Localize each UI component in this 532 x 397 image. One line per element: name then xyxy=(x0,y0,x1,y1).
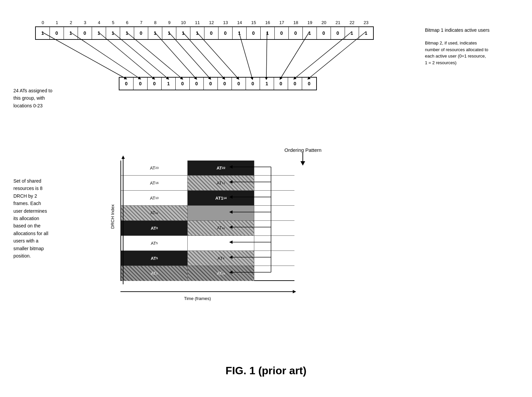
bitmap2-row: 0 0 0 1 0 0 0 0 0 0 1 0 0 0 xyxy=(119,77,317,90)
annotation-bitmap1: Bitmap 1 indicates active users xyxy=(425,27,512,34)
set-ann-line11: position. xyxy=(13,252,90,260)
ordering-arrows-svg xyxy=(228,160,281,283)
b1c19: 1 xyxy=(303,27,317,39)
b1c4: 1 xyxy=(92,27,106,39)
b1c20: 0 xyxy=(317,27,331,39)
y-axis-arrow xyxy=(120,154,126,288)
left-ann-line3: locations 0-23 xyxy=(13,102,80,109)
bitmap1-row: 1 0 1 0 1 1 1 0 1 1 1 1 0 0 1 0 1 0 0 1 … xyxy=(35,26,374,40)
num-17: 17 xyxy=(275,20,289,25)
page-container: 0 1 2 3 4 5 6 7 8 9 10 11 12 13 14 15 16… xyxy=(0,0,532,397)
bitmap1-section: 0 1 2 3 4 5 6 7 8 9 10 11 12 13 14 15 16… xyxy=(35,20,374,40)
bitmap1-numbers: 0 1 2 3 4 5 6 7 8 9 10 11 12 13 14 15 16… xyxy=(36,20,374,25)
set-ann-line2: resources is 8 xyxy=(13,185,90,192)
chart-cell-2-left: AT5 xyxy=(121,236,188,251)
b1c14: 1 xyxy=(233,27,247,39)
b1c3: 0 xyxy=(78,27,92,39)
svg-marker-31 xyxy=(229,240,233,244)
annotation-bitmap2: Bitmap 2, if used, indicatesnumber of re… xyxy=(425,40,512,66)
b1c6: 1 xyxy=(120,27,134,39)
chart-cell-7-left: AT23 xyxy=(121,161,188,175)
set-ann-line9: users with a xyxy=(13,237,90,244)
num-7: 7 xyxy=(134,20,148,25)
set-ann-line3: DRCH by 2 xyxy=(13,192,90,200)
svg-marker-29 xyxy=(229,225,233,229)
b2c5: 0 xyxy=(190,78,204,90)
set-ann-line7: based on the xyxy=(13,222,90,229)
svg-marker-17 xyxy=(293,290,296,293)
b1c16: 1 xyxy=(261,27,275,39)
num-10: 10 xyxy=(176,20,190,25)
num-18: 18 xyxy=(289,20,303,25)
svg-marker-25 xyxy=(229,195,233,199)
chart-cell-5-left: AT10 xyxy=(121,191,188,205)
num-11: 11 xyxy=(190,20,204,25)
num-21: 21 xyxy=(331,20,345,25)
num-19: 19 xyxy=(303,20,317,25)
chart-cell-0-left: AT0 xyxy=(121,266,188,281)
left-annotation-ats: 24 ATs assigned to this group, with loca… xyxy=(13,87,80,109)
y-axis-label: DRCH Index xyxy=(110,204,115,229)
num-4: 4 xyxy=(92,20,106,25)
b1c12: 0 xyxy=(204,27,218,39)
svg-marker-33 xyxy=(229,256,233,259)
svg-marker-35 xyxy=(229,271,233,274)
x-axis-arrow xyxy=(120,288,298,295)
b1c10: 1 xyxy=(176,27,190,39)
num-0: 0 xyxy=(36,20,50,25)
num-8: 8 xyxy=(148,20,162,25)
num-5: 5 xyxy=(106,20,120,25)
svg-marker-19 xyxy=(121,156,125,159)
num-3: 3 xyxy=(78,20,92,25)
b1c15: 0 xyxy=(247,27,261,39)
num-23: 23 xyxy=(359,20,373,25)
num-2: 2 xyxy=(64,20,78,25)
chart-cell-4-left: ATxx xyxy=(121,206,188,220)
b2c4: 0 xyxy=(176,78,190,90)
bitmap2-section: 0 0 0 1 0 0 0 0 0 0 1 0 0 0 xyxy=(119,77,317,90)
left-ann-line2: this group, with xyxy=(13,94,80,102)
b1c13: 0 xyxy=(218,27,233,39)
b2c13: 0 xyxy=(302,78,316,90)
chart-section: DRCH Index AT23 AT22 AT16 AT11 xyxy=(97,154,331,304)
b1c23: 1 xyxy=(359,27,373,39)
num-22: 22 xyxy=(345,20,359,25)
b2c10: 1 xyxy=(260,78,274,90)
num-9: 9 xyxy=(162,20,176,25)
fig-caption: FIG. 1 (prior art) xyxy=(226,365,306,377)
b1c11: 1 xyxy=(190,27,204,39)
num-20: 20 xyxy=(317,20,331,25)
b2c11: 0 xyxy=(274,78,288,90)
chart-cell-6-left: AT16 xyxy=(121,176,188,190)
b1c17: 0 xyxy=(275,27,289,39)
b2c1: 0 xyxy=(134,78,148,90)
num-6: 6 xyxy=(120,20,134,25)
b2c8: 0 xyxy=(232,78,246,90)
b2c9: 0 xyxy=(246,78,260,90)
right-annotation: Bitmap 1 indicates active users Bitmap 2… xyxy=(425,27,512,72)
x-axis-label: Time (frames) xyxy=(184,296,211,301)
b1c2: 1 xyxy=(64,27,78,39)
b1c21: 0 xyxy=(331,27,345,39)
num-13: 13 xyxy=(218,20,233,25)
left-ann-line1: 24 ATs assigned to xyxy=(13,87,80,94)
num-1: 1 xyxy=(50,20,64,25)
b1c1: 0 xyxy=(50,27,64,39)
chart-cell-3-left: AT0 xyxy=(121,221,188,235)
set-ann-line10: smaller bitmap xyxy=(13,245,90,252)
svg-marker-21 xyxy=(229,165,233,169)
svg-marker-23 xyxy=(229,180,233,184)
b1c22: 1 xyxy=(345,27,359,39)
b1c0: 1 xyxy=(36,27,50,39)
b2c2: 0 xyxy=(148,78,162,90)
b1c5: 1 xyxy=(106,27,120,39)
num-15: 15 xyxy=(247,20,261,25)
b1c18: 0 xyxy=(289,27,303,39)
b2c6: 0 xyxy=(204,78,218,90)
set-ann-line8: allocations for all xyxy=(13,230,90,237)
num-16: 16 xyxy=(261,20,275,25)
b2c12: 0 xyxy=(288,78,302,90)
num-12: 12 xyxy=(204,20,218,25)
b1c9: 1 xyxy=(162,27,176,39)
num-14: 14 xyxy=(233,20,247,25)
